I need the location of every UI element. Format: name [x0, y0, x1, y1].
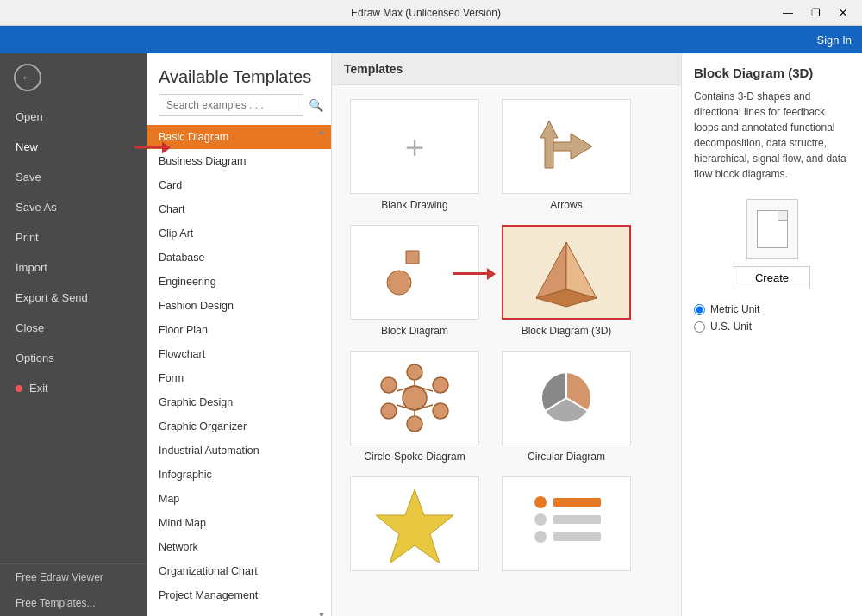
close-label: Close	[16, 321, 44, 334]
category-item-card[interactable]: Card	[147, 173, 331, 197]
new-label: New	[16, 140, 38, 153]
sidebar-item-import[interactable]: Import	[0, 252, 147, 283]
category-item-mind-map[interactable]: Mind Map	[147, 511, 331, 535]
category-item-fashion-design[interactable]: Fashion Design	[147, 294, 331, 318]
category-item-clip-art[interactable]: Clip Art	[147, 221, 331, 246]
svg-marker-2	[406, 251, 419, 264]
arrows-thumb	[502, 99, 631, 194]
category-item-floor-plan[interactable]: Floor Plan	[147, 318, 331, 342]
sidebar-free-viewer[interactable]: Free Edraw Viewer	[0, 564, 147, 590]
svg-marker-1	[553, 134, 592, 159]
template-blank[interactable]: ＋ Blank Drawing	[346, 99, 484, 211]
category-item-engineering[interactable]: Engineering	[147, 270, 331, 294]
svg-point-3	[387, 271, 411, 295]
metric-unit-option[interactable]: Metric Unit	[694, 303, 850, 315]
us-radio[interactable]	[694, 321, 705, 333]
svg-point-9	[433, 377, 448, 393]
category-item-form[interactable]: Form	[147, 366, 331, 390]
scroll-down-arrow[interactable]: ▼	[315, 610, 328, 616]
back-icon: ←	[14, 64, 41, 91]
sidebar-item-save-as[interactable]: Save As	[0, 192, 147, 222]
star-thumb	[350, 476, 479, 571]
category-item-graphic-organizer[interactable]: Graphic Organizer	[147, 414, 331, 439]
template-block-diagram[interactable]: Block Diagram	[346, 225, 484, 337]
scroll-up-arrow[interactable]: ▲	[315, 127, 328, 136]
open-label: Open	[16, 110, 43, 123]
bar-thumb	[502, 476, 631, 571]
sidebar-item-close[interactable]: Close	[0, 313, 147, 343]
category-item-database[interactable]: Database	[147, 246, 331, 270]
svg-rect-22	[553, 498, 601, 507]
sidebar-item-exit[interactable]: Exit	[0, 373, 147, 403]
category-item-graphic-design[interactable]: Graphic Design	[147, 390, 331, 414]
sidebar-item-options[interactable]: Options	[0, 343, 147, 373]
templates-header: Templates	[332, 53, 681, 85]
search-input[interactable]	[159, 94, 303, 116]
template-star[interactable]	[346, 476, 484, 576]
sidebar-item-export[interactable]: Export & Send	[0, 283, 147, 313]
templates-grid: ＋ Blank Drawing Arrows	[332, 85, 681, 616]
svg-point-10	[433, 403, 448, 419]
category-item-organizational-chart[interactable]: Organizational Chart	[147, 559, 331, 583]
category-item-network[interactable]: Network	[147, 535, 331, 559]
sidebar-item-print[interactable]: Print	[0, 222, 147, 252]
back-button[interactable]: ←	[0, 53, 147, 102]
category-item-chart[interactable]: Chart	[147, 197, 331, 221]
template-block-diagram-3d[interactable]: Block Diagram (3D)	[497, 225, 635, 337]
category-item-business-diagram[interactable]: Business Diagram	[147, 149, 331, 173]
block-diagram-label: Block Diagram	[381, 325, 448, 337]
category-item-flowchart[interactable]: Flowchart	[147, 342, 331, 366]
us-unit-option[interactable]: U.S. Unit	[694, 320, 850, 333]
sidebar-free-templates[interactable]: Free Templates...	[0, 590, 147, 616]
template-bar[interactable]	[497, 476, 635, 576]
right-panel-title: Block Diagram (3D)	[694, 65, 850, 80]
svg-point-8	[407, 364, 422, 380]
sidebar-nav: Open New Save Save As Print	[0, 102, 147, 403]
options-label: Options	[16, 352, 54, 364]
templates-area: Templates ＋ Blank Drawing	[332, 53, 681, 616]
right-panel-description: Contains 3-D shapes and directional line…	[694, 89, 850, 182]
save-as-label: Save As	[16, 201, 57, 214]
blank-label: Blank Drawing	[381, 199, 447, 211]
svg-point-21	[534, 496, 547, 508]
circle-spoke-label: Circle-Spoke Diagram	[364, 451, 465, 463]
right-panel: Block Diagram (3D) Contains 3-D shapes a…	[681, 53, 862, 616]
sidebar-item-open[interactable]: Open	[0, 102, 147, 132]
exit-label: Exit	[29, 382, 48, 395]
template-circle-spoke[interactable]: Circle-Spoke Diagram	[346, 351, 484, 463]
title-bar: Edraw Max (Unlicensed Version) — ❐ ✕	[0, 0, 862, 26]
category-panel: Available Templates 🔍 ▲ Basic DiagramBus…	[147, 53, 332, 616]
save-label: Save	[16, 171, 41, 184]
sidebar-item-save[interactable]: Save	[0, 162, 147, 192]
sidebar: ← Open New Save Save As	[0, 53, 147, 616]
circular-diagram-label: Circular Diagram	[528, 451, 605, 463]
svg-marker-20	[376, 489, 453, 563]
category-item-project-management[interactable]: Project Management	[147, 583, 331, 607]
circle-spoke-svg	[372, 359, 458, 437]
sidebar-item-new[interactable]: New	[0, 132, 147, 162]
search-bar: 🔍	[147, 94, 331, 125]
template-circular-diagram[interactable]: Circular Diagram	[497, 351, 635, 463]
minimize-button[interactable]: —	[776, 4, 800, 22]
create-button[interactable]: Create	[734, 266, 810, 289]
category-item-industrial-automation[interactable]: Industrial Automation	[147, 439, 331, 463]
print-label: Print	[16, 231, 39, 244]
block-diagram-3d-svg	[519, 233, 614, 311]
category-item-basic-diagram[interactable]: Basic Diagram	[147, 125, 331, 149]
search-button[interactable]: 🔍	[309, 94, 323, 116]
exit-icon	[16, 385, 22, 392]
sign-in-link[interactable]: Sign In	[817, 34, 852, 47]
export-label: Export & Send	[16, 291, 88, 304]
metric-radio[interactable]	[694, 304, 705, 315]
template-arrows[interactable]: Arrows	[497, 99, 635, 211]
category-item-map[interactable]: Map	[147, 487, 331, 511]
block-diagram-svg	[372, 238, 458, 307]
svg-point-11	[407, 416, 422, 432]
main-layout: ← Open New Save Save As	[0, 53, 862, 616]
available-templates-title: Available Templates	[147, 53, 331, 94]
close-button[interactable]: ✕	[831, 4, 855, 22]
category-item-infographic[interactable]: Infographic	[147, 463, 331, 487]
window-title: Edraw Max (Unlicensed Version)	[76, 7, 776, 19]
restore-button[interactable]: ❐	[803, 4, 828, 22]
window-controls: — ❐ ✕	[776, 4, 855, 22]
